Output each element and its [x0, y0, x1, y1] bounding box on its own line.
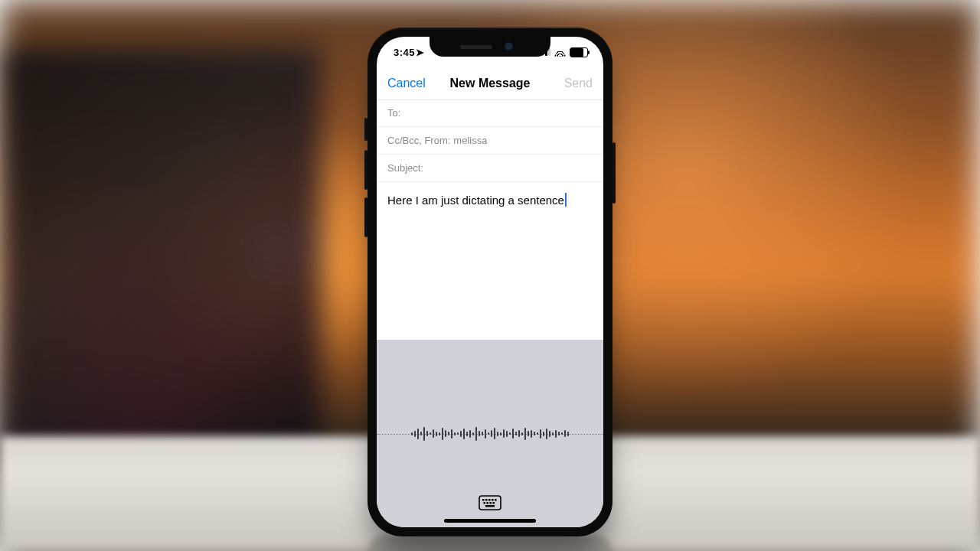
waveform-bar — [564, 430, 566, 437]
waveform-bar — [552, 432, 554, 435]
waveform-bar — [469, 430, 471, 438]
waveform-bar — [454, 432, 456, 435]
svg-rect-5 — [495, 499, 497, 501]
waveform-bar — [543, 432, 544, 436]
waveform-bar — [414, 431, 416, 437]
waveform-bar — [531, 430, 532, 438]
waveform-bar — [515, 432, 517, 435]
svg-rect-7 — [487, 502, 489, 504]
waveform-bar — [518, 430, 520, 437]
notch — [430, 37, 550, 57]
background-laptop — [0, 46, 322, 474]
waveform-bar — [466, 432, 468, 436]
waveform-bar — [549, 431, 550, 437]
waveform-bar — [436, 432, 437, 436]
waveform-bar — [534, 432, 535, 435]
ccbcc-from-field[interactable]: Cc/Bcc, From: melissa — [377, 127, 603, 155]
home-indicator[interactable] — [444, 519, 536, 523]
waveform-bar — [555, 430, 557, 438]
cancel-button[interactable]: Cancel — [387, 77, 426, 90]
waveform-bar — [503, 429, 505, 438]
volume-up-button — [364, 150, 368, 190]
waveform-bar — [491, 430, 492, 437]
waveform-bar — [537, 432, 538, 435]
time-text: 3:45 — [394, 47, 415, 58]
body-text: Here I am just dictating a sentence — [387, 194, 564, 207]
svg-rect-4 — [492, 499, 494, 501]
waveform-bar — [494, 428, 495, 439]
waveform-bar — [561, 432, 563, 435]
waveform-bar — [417, 429, 419, 439]
waveform-bar — [540, 429, 541, 439]
waveform-bar — [528, 431, 529, 436]
waveform-bar — [524, 428, 526, 440]
keyboard-icon — [479, 495, 501, 510]
waveform-bar — [423, 427, 425, 441]
waveform-bar — [460, 431, 462, 437]
waveform-bar — [506, 431, 508, 437]
svg-rect-8 — [490, 502, 492, 504]
waveform-bar — [426, 431, 428, 436]
subject-field[interactable]: Subject: — [377, 155, 603, 182]
waveform-bar — [439, 432, 440, 435]
location-icon: ➤ — [416, 47, 425, 58]
waveform-bar — [451, 429, 452, 439]
ccbcc-from-label: Cc/Bcc, From: — [387, 135, 450, 146]
battery-icon — [570, 47, 588, 57]
svg-rect-1 — [482, 499, 485, 501]
waveform-bar — [463, 429, 465, 439]
waveform-bar — [497, 432, 498, 436]
svg-rect-2 — [485, 499, 488, 501]
side-button — [612, 142, 616, 204]
phone-frame: 3:45➤ Cancel New Message Send To: Cc/Bcc… — [368, 28, 612, 536]
compose-fields: To: Cc/Bcc, From: melissa Subject: Here … — [377, 99, 603, 219]
waveform-bar — [546, 429, 547, 439]
subject-label: Subject: — [387, 162, 423, 174]
message-body[interactable]: Here I am just dictating a sentence — [377, 182, 603, 219]
text-cursor — [565, 193, 567, 207]
waveform-bar — [488, 432, 489, 435]
waveform-bar — [482, 432, 483, 435]
status-time: 3:45➤ — [394, 47, 425, 58]
svg-rect-6 — [484, 502, 486, 504]
waveform-bar — [500, 432, 501, 435]
phone-reflection — [368, 536, 612, 551]
wifi-icon — [554, 48, 566, 57]
waveform-bar — [445, 430, 446, 437]
waveform-bar — [442, 428, 443, 440]
waveform-bar — [558, 432, 560, 435]
dictation-panel — [377, 340, 603, 527]
waveform-bar — [512, 429, 514, 439]
waveform-bar — [479, 431, 480, 436]
waveform-bar — [457, 432, 459, 435]
compose-nav-bar: Cancel New Message Send — [377, 67, 603, 100]
waveform-bar — [475, 427, 477, 441]
phone-screen: 3:45➤ Cancel New Message Send To: Cc/Bcc… — [377, 37, 603, 527]
waveform-bar — [509, 432, 511, 435]
dictation-waveform — [377, 419, 603, 449]
waveform-bar — [485, 429, 486, 439]
to-label: To: — [387, 107, 400, 119]
send-button[interactable]: Send — [564, 77, 593, 90]
keyboard-button[interactable] — [479, 495, 501, 510]
waveform-bar — [430, 432, 431, 435]
volume-down-button — [364, 197, 368, 237]
svg-rect-9 — [493, 502, 495, 504]
waveform-bar — [420, 432, 422, 435]
svg-rect-3 — [488, 499, 491, 501]
from-value: melissa — [453, 135, 487, 146]
waveform-bar — [433, 429, 434, 438]
waveform-bar — [567, 432, 569, 436]
mute-switch — [364, 118, 368, 141]
waveform-bar — [521, 432, 523, 435]
svg-rect-10 — [485, 505, 495, 507]
waveform-bar — [411, 432, 413, 435]
waveform-bar — [448, 432, 449, 435]
to-field[interactable]: To: — [377, 99, 603, 127]
waveform-bar — [472, 432, 474, 435]
